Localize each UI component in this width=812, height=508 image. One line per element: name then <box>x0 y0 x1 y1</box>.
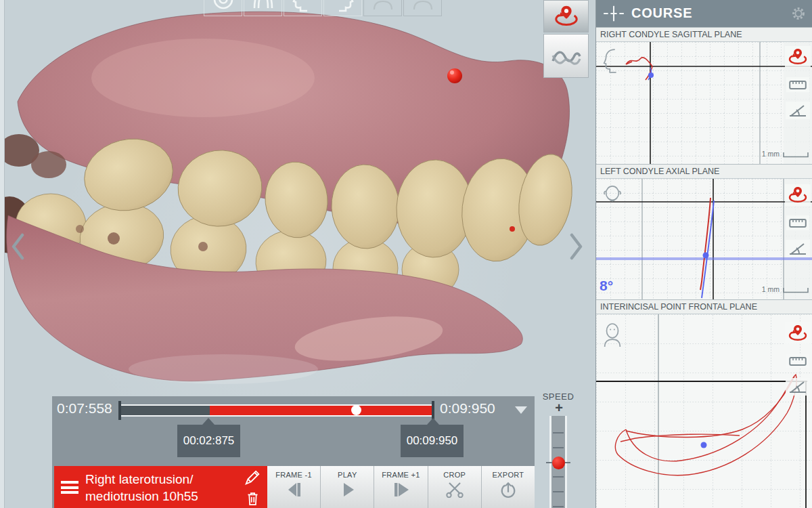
transport-bar: FRAME -1 PLAY FRAME +1 <box>267 466 535 508</box>
scale-label: 1 mm <box>762 150 780 158</box>
rotate-marker-button[interactable] <box>785 322 811 344</box>
rotate-marker-button[interactable] <box>785 46 811 68</box>
speed-tick <box>553 476 564 478</box>
ruler-button[interactable] <box>786 77 809 92</box>
axial-tools <box>785 184 811 257</box>
delete-clip-button[interactable] <box>246 490 260 508</box>
angle-button[interactable] <box>786 102 810 119</box>
chart-title-frontal: INTERINCISAL POINT FRONTAL PLANE <box>596 299 812 314</box>
occlusal-curve-view-button[interactable] <box>543 34 589 78</box>
rotate-marker-icon <box>554 5 579 28</box>
speed-tick <box>553 432 564 433</box>
timeline-selected-range[interactable] <box>210 406 433 415</box>
sagittal-plot-canvas[interactable] <box>596 42 812 164</box>
play-icon <box>338 482 357 498</box>
ruler-button[interactable] <box>786 215 809 230</box>
left-edge-strip <box>0 0 5 508</box>
frame-forward-label: FRAME +1 <box>382 471 420 479</box>
timeline-right-handle[interactable] <box>432 401 434 420</box>
head-profile-alt-icon <box>329 0 357 14</box>
ruler-icon <box>789 217 807 228</box>
dental-arch-button[interactable] <box>244 0 282 16</box>
frame-back-button[interactable]: FRAME -1 <box>267 466 320 508</box>
timeline-left-handle[interactable] <box>118 401 121 420</box>
crosshair-icon <box>603 5 625 22</box>
patient-bust-icon <box>369 0 397 14</box>
dental-scan-3d-model[interactable] <box>0 0 595 400</box>
timeline-start-time: 0:07:558 <box>57 400 112 417</box>
timeline-track[interactable] <box>120 404 433 417</box>
timeline-dropdown-caret[interactable] <box>515 406 527 414</box>
3d-viewport[interactable]: 0:07:558 0:09:950 00:02:875 00:09:950 Ri… <box>0 0 595 508</box>
patient-bust-alt-button[interactable] <box>403 0 442 16</box>
scale-indicator: 1 mm <box>762 150 809 158</box>
sagittal-position-dot <box>648 72 654 78</box>
export-button[interactable]: EXPORT <box>481 466 535 508</box>
gear-icon[interactable] <box>791 6 806 21</box>
scale-indicator: 1 mm <box>762 285 809 293</box>
frontal-plot-canvas[interactable] <box>596 314 812 508</box>
scale-label: 1 mm <box>762 285 780 293</box>
angle-icon <box>788 104 807 117</box>
play-button[interactable]: PLAY <box>320 466 374 508</box>
clip-title-line1: Right laterotrusion/ <box>85 471 198 488</box>
ruler-icon <box>789 356 807 366</box>
timeline-playhead[interactable] <box>351 405 361 415</box>
angle-icon <box>788 242 807 255</box>
speed-slider-knob[interactable] <box>552 457 565 469</box>
angle-icon <box>788 380 807 394</box>
rotate-marker-view-button[interactable] <box>543 0 589 33</box>
trash-icon <box>246 490 260 506</box>
frame-back-label: FRAME -1 <box>275 471 312 479</box>
crop-button[interactable]: CROP <box>428 466 481 508</box>
patient-bust-button[interactable] <box>363 0 402 16</box>
dental-arch-icon <box>249 0 277 14</box>
next-view-button[interactable] <box>564 229 587 266</box>
angle-button[interactable] <box>786 378 810 396</box>
frame-forward-button[interactable]: FRAME +1 <box>374 466 427 508</box>
edit-clip-button[interactable] <box>244 469 261 489</box>
occlusion-compass-icon <box>209 0 238 14</box>
speed-plus[interactable]: + <box>554 400 564 416</box>
course-panel: COURSE RIGHT CONDYLE SAGITTAL PLANE <box>595 0 812 508</box>
course-header: COURSE <box>596 0 812 27</box>
clip-title: Right laterotrusion/ mediotrusion 10h55 <box>85 471 198 505</box>
previous-view-button[interactable] <box>7 229 30 266</box>
sagittal-plot: 1 mm <box>596 42 812 164</box>
rotate-marker-icon <box>788 48 808 66</box>
app-window: 0:07:558 0:09:950 00:02:875 00:09:950 Ri… <box>0 0 812 508</box>
frontal-plot <box>596 314 812 508</box>
axial-position-dot <box>703 253 709 259</box>
marker-time-right: 00:09:950 <box>401 425 464 457</box>
rotate-marker-button[interactable] <box>785 184 811 206</box>
speed-tick <box>553 506 564 507</box>
clip-label-panel[interactable]: Right laterotrusion/ mediotrusion 10h55 <box>54 466 267 508</box>
hamburger-menu-icon[interactable] <box>61 481 78 496</box>
export-label: EXPORT <box>492 471 524 479</box>
condylar-angle-value: 8° <box>600 278 613 294</box>
scissors-icon <box>446 482 464 498</box>
marker-time-left: 00:02:875 <box>177 425 240 457</box>
occlusal-curve-icon <box>551 44 582 68</box>
chart-title-sagittal: RIGHT CONDYLE SAGITTAL PLANE <box>596 27 812 42</box>
timeline-panel: 0:07:558 0:09:950 00:02:875 00:09:950 Ri… <box>52 396 535 508</box>
angle-button[interactable] <box>786 240 810 257</box>
axial-plot: 8° 1 mm <box>596 179 812 299</box>
chevron-left-icon <box>11 233 26 260</box>
frontal-position-dot <box>701 442 707 448</box>
ruler-button[interactable] <box>786 354 809 368</box>
head-profile-icon <box>289 0 317 14</box>
axial-plot-canvas[interactable] <box>596 179 812 299</box>
head-axial-icon <box>601 185 624 204</box>
play-label: PLAY <box>338 471 357 479</box>
tracking-marker-sphere <box>447 68 462 83</box>
head-frontal-icon <box>601 322 624 348</box>
view-toolbar <box>204 0 442 16</box>
tracking-marker-dot <box>510 226 515 232</box>
head-profile-alt-button[interactable] <box>323 0 362 16</box>
head-sagittal-icon <box>601 48 623 74</box>
head-profile-button[interactable] <box>284 0 322 16</box>
chart-title-axial: LEFT CONDYLE AXIAL PLANE <box>596 164 812 179</box>
occlusion-compass-button[interactable] <box>204 0 242 16</box>
step-forward-icon <box>392 482 411 498</box>
